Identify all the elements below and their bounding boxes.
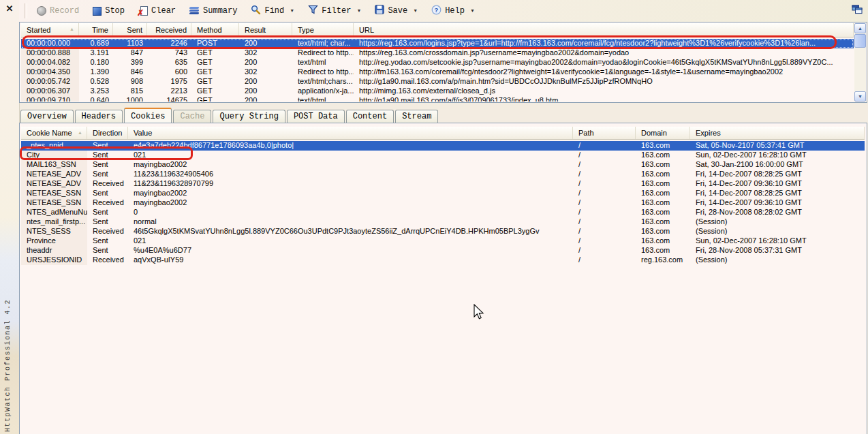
find-button[interactable]: Find ▼ (246, 3, 299, 20)
clear-button[interactable]: ✗ Clear (134, 4, 181, 18)
tab-stream[interactable]: Stream (395, 110, 438, 123)
cookies-grid: Cookie Name▲DirectionValuePathDomainExpi… (21, 127, 865, 265)
cookie-row[interactable]: _ntes_nnidSente4e3a7deb224bdf86771e17860… (21, 141, 865, 151)
request-cell-method: POST (191, 39, 239, 48)
cookie-cell-expires: Fri, 14-Dec-2007 09:36:10 GMT (690, 179, 865, 189)
cookie-cell-path: / (573, 208, 636, 217)
find-dropdown-arrow-icon[interactable]: ▼ (290, 7, 294, 14)
request-column-header-url[interactable]: URL (354, 23, 854, 37)
record-button[interactable]: Record (32, 4, 84, 18)
save-button[interactable]: Save ▼ (370, 3, 422, 19)
scroll-down-button[interactable]: ▼ (854, 91, 866, 102)
overlapping-windows-icon[interactable] (852, 5, 863, 17)
request-column-header-started[interactable]: Started▲ (21, 23, 79, 37)
cookie-row[interactable]: CitySent021/163.comSun, 02-Dec-2007 16:2… (21, 151, 865, 160)
cookie-cell-direction: Received (87, 227, 128, 236)
stop-button[interactable]: Stop (88, 4, 129, 18)
cookie-row[interactable]: ProvinceSent021/163.comSun, 02-Dec-2007 … (21, 236, 865, 246)
cookie-cell-direction: Received (87, 255, 128, 265)
cookie-cell-direction: Sent (87, 141, 128, 151)
cookie-cell-domain: 163.com (636, 246, 690, 255)
scroll-up-button[interactable]: ▲ (854, 23, 866, 33)
cookie-cell-domain: 163.com (636, 208, 690, 217)
request-column-header-received[interactable]: Received (147, 23, 191, 37)
scroll-thumb[interactable] (854, 34, 866, 48)
cookie-column-header-domain[interactable]: Domain (636, 127, 690, 139)
request-column-header-type[interactable]: Type (292, 23, 354, 37)
cookie-row[interactable]: NETEASE_ADVReceived11&23&1196328970799/1… (21, 179, 865, 189)
cookie-row[interactable]: NETEASE_SSNReceivedmayingbao2002/163.com… (21, 198, 865, 208)
tab-cache: Cache (173, 110, 211, 123)
cookie-row[interactable]: MAIL163_SSNSentmayingbao2002/163.comSat,… (21, 160, 865, 170)
request-row[interactable]: 00:00:00.0000.68911032246POST200text/htm… (21, 39, 854, 48)
tab-cookies[interactable]: Cookies (124, 108, 172, 123)
cookie-cell-direction: Sent (87, 170, 128, 179)
requests-scrollbar[interactable]: ▲ ▼ (854, 23, 866, 102)
request-cell-started: 00:00:04.350 (21, 67, 79, 77)
cookie-cell-value: normal (128, 217, 573, 227)
cookie-row[interactable]: NETEASE_SSNSentmayingbao2002/163.comFri,… (21, 189, 865, 198)
cookie-row[interactable]: NTES_adMenuNumSent0/163.comFri, 28-Nov-2… (21, 208, 865, 217)
cookie-cell-cookie-name: NTES_SESS (21, 227, 87, 236)
request-cell-type: application/x-ja... (292, 87, 354, 96)
tab-overview[interactable]: Overview (20, 110, 74, 123)
cookie-cell-path: / (573, 189, 636, 198)
tab-content[interactable]: Content (346, 110, 394, 123)
request-cell-type: text/html (292, 58, 354, 67)
filter-button[interactable]: Filter ▼ (303, 3, 366, 19)
cookie-cell-cookie-name: theaddr (21, 246, 87, 255)
request-row[interactable]: 00:00:04.0820.180399635GET200text/htmlht… (21, 58, 854, 67)
cookie-cell-direction: Received (87, 198, 128, 208)
close-button[interactable]: ✕ (3, 3, 16, 15)
help-button[interactable]: ? Help ▼ (427, 3, 480, 20)
svg-text:?: ? (435, 6, 439, 14)
cookie-cell-cookie-name: Province (21, 236, 87, 246)
cookie-row[interactable]: URSJESSIONIDReceivedaqVxQB-uIY59/reg.163… (21, 255, 865, 265)
help-dropdown-arrow-icon[interactable]: ▼ (470, 7, 475, 14)
request-column-header-result[interactable]: Result (239, 23, 292, 37)
cookie-column-header-expires[interactable]: Expires (690, 127, 865, 139)
request-column-header-method[interactable]: Method (191, 23, 239, 37)
request-column-header-time[interactable]: Time (79, 23, 113, 37)
request-row[interactable]: 00:00:06.3073.2538152213GET200applicatio… (21, 87, 854, 96)
request-cell-type: Redirect to http... (292, 67, 354, 77)
request-column-header-sent[interactable]: Sent (113, 23, 147, 37)
cookie-cell-value: 021 (128, 236, 573, 246)
request-cell-url: https://reg.163.com/logins.jsp?type=1&ur… (354, 39, 854, 48)
tab-post-data[interactable]: POST Data (287, 110, 345, 123)
request-cell-method: GET (191, 58, 239, 67)
cookie-cell-cookie-name: _ntes_nnid (21, 141, 87, 151)
cookie-cell-expires: (Session) (690, 227, 865, 236)
cookie-cell-cookie-name: NETEASE_SSN (21, 189, 87, 198)
request-row[interactable]: 00:00:00.8883.191847743GET302Redirect to… (21, 48, 854, 58)
request-cell-url: http://g1a90.mail.163.com/a/f/js3/070906… (354, 96, 854, 102)
cookie-column-header-value[interactable]: Value (128, 127, 573, 139)
request-row[interactable]: 00:00:09.7100.640100014675GET200text/htm… (21, 96, 854, 102)
tab-query-string[interactable]: Query String (213, 110, 285, 123)
cookie-cell-value: 11&23&1196328970799 (128, 179, 573, 189)
cookie-cell-cookie-name: NTES_adMenuNum (21, 208, 87, 217)
request-row[interactable]: 00:00:04.3501.390846600GET302Redirect to… (21, 67, 854, 77)
filter-dropdown-arrow-icon[interactable]: ▼ (356, 7, 361, 14)
summary-button[interactable]: Summary (185, 4, 242, 18)
filter-button-label: Filter (322, 6, 351, 16)
cookie-row[interactable]: NETEASE_ADVSent11&23&1196324905406/163.c… (21, 170, 865, 179)
cookie-cell-direction: Sent (87, 246, 128, 255)
cookie-column-header-cookie-name[interactable]: Cookie Name▲ (21, 127, 87, 139)
cookie-row[interactable]: NTES_SESSReceived46t5GkqlgX5tKMSvatYUhn8… (21, 227, 865, 236)
request-cell-time: 0.640 (79, 96, 113, 102)
cookie-row[interactable]: ntes_mail_firstp...Sentnormal/163.com(Se… (21, 217, 865, 227)
help-question-icon: ? (431, 5, 441, 18)
request-row[interactable]: 00:00:05.7420.5289081975GET200text/html;… (21, 77, 854, 87)
request-cell-url: http://fm163.163.com/coremail/fcg/ntesdo… (354, 67, 854, 77)
cookie-cell-path: / (573, 255, 636, 265)
tab-headers[interactable]: Headers (75, 110, 123, 123)
cookie-cell-expires: Fri, 14-Dec-2007 09:36:10 GMT (690, 198, 865, 208)
save-dropdown-arrow-icon[interactable]: ▼ (413, 7, 418, 14)
cookie-row[interactable]: theaddrSent%u4E0A%u6D77/163.comFri, 28-N… (21, 246, 865, 255)
request-cell-received: 14675 (147, 96, 191, 102)
cookie-column-header-path[interactable]: Path (573, 127, 636, 139)
cookie-column-header-direction[interactable]: Direction (87, 127, 128, 139)
request-cell-started: 00:00:04.082 (21, 58, 79, 67)
clear-button-label: Clear (151, 6, 176, 16)
